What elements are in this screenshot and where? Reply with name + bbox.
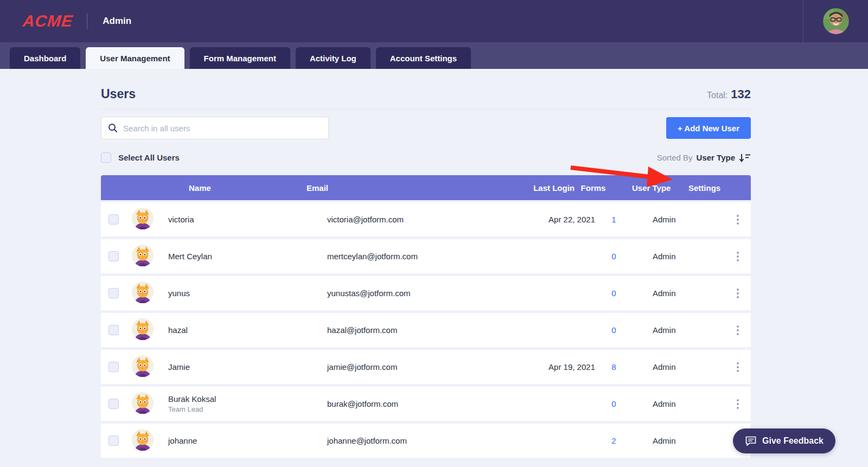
give-feedback-button[interactable]: Give Feedback — [733, 428, 835, 453]
main-content: Users Total: 132 + Add New User Select A… — [101, 69, 751, 458]
column-header-forms[interactable]: Forms — [575, 183, 612, 193]
tab-user-management[interactable]: User Management — [86, 47, 184, 69]
main-nav: Dashboard User Management Form Managemen… — [0, 42, 868, 69]
select-all-checkbox[interactable] — [101, 152, 111, 163]
sorted-by: Sorted By User Type — [657, 153, 751, 163]
header-divider — [87, 13, 87, 29]
cat-avatar-icon — [132, 208, 154, 229]
cat-avatar-icon — [132, 282, 154, 303]
user-name[interactable]: Jamie — [168, 362, 327, 372]
table-row: yunus yunustas@jotform.com 0 Admin — [101, 276, 751, 310]
user-email: hazal@jotform.com — [327, 325, 397, 335]
user-forms-count-link[interactable]: 1 — [611, 215, 616, 224]
tab-dashboard[interactable]: Dashboard — [10, 47, 80, 69]
cat-avatar-icon — [132, 355, 154, 377]
cat-avatar-icon — [132, 392, 154, 414]
sort-descending-icon[interactable] — [739, 153, 751, 163]
acme-logo[interactable]: ACME — [22, 12, 74, 30]
table-row: victoria victoria@jotform.com Apr 22, 20… — [101, 202, 751, 236]
table-row: Burak Koksal Team Lead burak@jotform.com… — [101, 387, 751, 421]
user-type: Admin — [653, 215, 676, 224]
select-all-users[interactable]: Select All Users — [101, 152, 180, 163]
user-email: yunustas@jotform.com — [327, 289, 411, 298]
user-type: Admin — [653, 325, 676, 335]
app-title: Admin — [103, 16, 131, 27]
feedback-bubble-icon — [745, 436, 757, 446]
column-header-name[interactable]: Name — [168, 183, 307, 193]
user-email: johanne@jotform.com — [327, 436, 407, 445]
table-row: Jamie jamie@jotform.com Apr 19, 2021 8 A… — [101, 350, 751, 384]
search-input[interactable] — [123, 124, 322, 133]
user-name[interactable]: yunus — [168, 289, 327, 298]
add-new-user-button[interactable]: + Add New User — [666, 117, 751, 139]
user-forms-count-link[interactable]: 0 — [611, 252, 616, 261]
search-box — [101, 117, 329, 139]
row-settings-kebab-icon[interactable] — [735, 286, 741, 300]
page-head: Users Total: 132 — [101, 87, 751, 110]
users-table: Name Email Last Login Forms User Type Se… — [101, 175, 751, 458]
user-type: Admin — [653, 436, 676, 445]
table-row: johanne johanne@jotform.com 2 Admin — [101, 424, 751, 458]
give-feedback-label: Give Feedback — [762, 436, 824, 446]
header-profile-section — [803, 0, 868, 42]
user-name[interactable]: victoria — [168, 215, 327, 224]
table-body: victoria victoria@jotform.com Apr 22, 20… — [101, 202, 751, 458]
user-type: Admin — [653, 289, 676, 298]
row-checkbox[interactable] — [108, 325, 119, 335]
column-header-last-login[interactable]: Last Login — [504, 183, 575, 193]
row-settings-kebab-icon[interactable] — [735, 360, 741, 374]
app-header: ACME Admin — [0, 0, 868, 42]
profile-avatar[interactable] — [823, 8, 849, 34]
row-checkbox[interactable] — [108, 214, 119, 225]
cat-avatar-icon — [132, 429, 154, 451]
user-name[interactable]: Mert Ceylan — [168, 252, 327, 261]
search-icon — [108, 123, 118, 133]
user-email: jamie@jotform.com — [327, 362, 397, 372]
user-forms-count-link[interactable]: 2 — [611, 436, 616, 445]
toolbar: + Add New User — [101, 117, 751, 139]
column-header-email[interactable]: Email — [307, 183, 504, 193]
user-email: victoria@jotform.com — [327, 215, 404, 224]
user-name[interactable]: hazal — [168, 325, 327, 335]
user-forms-count-link[interactable]: 0 — [611, 289, 616, 298]
row-checkbox[interactable] — [108, 399, 119, 409]
user-name[interactable]: Burak Koksal — [168, 394, 327, 404]
profile-photo-icon — [823, 8, 849, 34]
cat-avatar-icon — [132, 318, 154, 340]
page-title: Users — [101, 87, 136, 101]
row-settings-kebab-icon[interactable] — [735, 397, 741, 411]
row-settings-kebab-icon[interactable] — [735, 323, 741, 337]
total-label: Total: — [707, 91, 727, 100]
user-type: Admin — [653, 399, 676, 408]
tab-activity-log[interactable]: Activity Log — [296, 47, 371, 69]
user-type: Admin — [653, 362, 676, 372]
table-row: hazal hazal@jotform.com 0 Admin — [101, 313, 751, 347]
table-header: Name Email Last Login Forms User Type Se… — [101, 175, 751, 200]
column-header-settings[interactable]: Settings — [672, 183, 730, 193]
user-name[interactable]: johanne — [168, 436, 327, 445]
tab-account-settings[interactable]: Account Settings — [376, 47, 471, 69]
row-checkbox[interactable] — [108, 288, 119, 298]
user-email: burak@jotform.com — [327, 399, 398, 408]
user-forms-count-link[interactable]: 8 — [611, 362, 616, 372]
select-all-label: Select All Users — [118, 153, 180, 162]
user-last-login: Apr 22, 2021 — [548, 215, 595, 224]
sorted-by-value[interactable]: User Type — [697, 153, 735, 162]
total-value: 132 — [731, 87, 751, 101]
user-forms-count-link[interactable]: 0 — [611, 325, 616, 335]
column-header-user-type[interactable]: User Type — [612, 183, 672, 193]
row-settings-kebab-icon[interactable] — [735, 250, 741, 264]
row-checkbox[interactable] — [108, 436, 119, 446]
user-subtitle: Team Lead — [168, 405, 327, 413]
user-forms-count-link[interactable]: 0 — [611, 399, 616, 408]
cat-avatar-icon — [132, 245, 154, 266]
tab-form-management[interactable]: Form Management — [190, 47, 290, 69]
sorted-by-label: Sorted By — [657, 153, 693, 162]
user-email: mertceylan@jotform.com — [327, 252, 418, 261]
row-checkbox[interactable] — [108, 362, 119, 372]
user-last-login: Apr 19, 2021 — [548, 362, 595, 372]
row-settings-kebab-icon[interactable] — [735, 213, 741, 227]
row-checkbox[interactable] — [108, 251, 119, 261]
total-count: Total: 132 — [707, 87, 751, 101]
user-type: Admin — [653, 252, 676, 261]
